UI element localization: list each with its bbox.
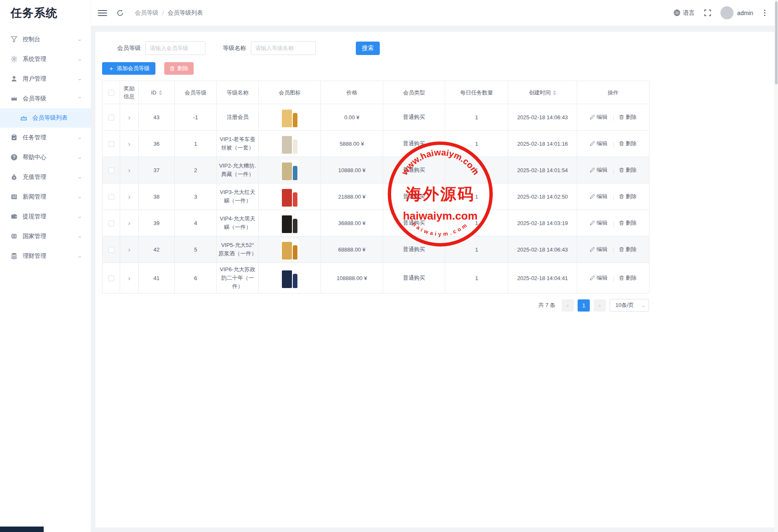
row-checkbox[interactable]	[108, 247, 114, 253]
table-row: › 43 -1 注册会员 0.00 ¥ 普通购买	[103, 104, 649, 131]
breadcrumb-member-level[interactable]: 会员等级	[135, 9, 158, 17]
sort-icons[interactable]	[159, 90, 162, 95]
next-page-button[interactable]: ›	[594, 299, 606, 312]
row-checkbox[interactable]	[108, 115, 114, 121]
row-checkbox[interactable]	[108, 194, 114, 200]
member-level-filter-input[interactable]	[145, 41, 205, 55]
sidebar-item-member-level-list[interactable]: 会员等级列表	[0, 108, 91, 128]
user-menu[interactable]: admin	[720, 6, 753, 19]
add-member-level-button[interactable]: ＋ 添加会员等级	[102, 62, 155, 75]
row-checkbox[interactable]	[108, 168, 114, 173]
bulk-delete-button[interactable]: 删除	[164, 62, 194, 75]
expand-row-icon[interactable]: ›	[128, 246, 131, 253]
expand-row-icon[interactable]: ›	[128, 220, 131, 227]
avatar	[720, 6, 733, 19]
pagination: 共 7 条 ‹ 1 › 10条/页 ⌄	[102, 299, 649, 312]
chevron-down-icon: ⌄	[77, 135, 82, 140]
col-level-name: 等级名称	[217, 81, 259, 104]
sidebar-item-tasks[interactable]: 任务管理 ⌄	[0, 128, 91, 147]
chevron-down-icon: ⌄	[77, 155, 82, 160]
more-options-icon[interactable]	[762, 8, 767, 18]
edit-button[interactable]: 编辑	[590, 166, 607, 174]
member-icon-image	[281, 239, 299, 259]
expand-row-icon[interactable]: ›	[128, 167, 131, 174]
chevron-down-icon: ⌄	[640, 303, 646, 308]
delete-button[interactable]: 删除	[619, 246, 636, 253]
fullscreen-icon[interactable]	[704, 9, 711, 16]
filter-bar: 会员等级 等级名称 搜索	[102, 41, 767, 55]
col-member-type: 会员类型	[383, 81, 445, 104]
sidebar-item-recharge[interactable]: ¥ 充值管理 ⌄	[0, 167, 91, 187]
refresh-icon[interactable]	[116, 9, 124, 17]
sort-icons[interactable]	[553, 90, 556, 95]
language-switcher[interactable]: 语言	[673, 9, 695, 17]
page-size-select[interactable]: 10条/页 ⌄	[610, 299, 649, 312]
sidebar-item-users[interactable]: 用户管理 ⌄	[0, 69, 91, 89]
trash-icon	[619, 168, 624, 173]
cell-member-level: 5	[175, 236, 217, 263]
username: admin	[737, 10, 753, 16]
col-reward-info: 奖励信息	[120, 81, 139, 104]
breadcrumb: 会员等级 / 会员等级列表	[135, 9, 203, 17]
expand-row-icon[interactable]: ›	[128, 140, 131, 147]
table-row: › 39 4 VIP4-允大黑天赐（一件） 36888.00 ¥	[103, 210, 649, 236]
current-page[interactable]: 1	[578, 299, 590, 312]
member-icon-image	[281, 134, 299, 154]
delete-button[interactable]: 删除	[619, 274, 636, 282]
sidebar-item-console[interactable]: 控制台 ⌄	[0, 29, 91, 49]
level-name-filter-label: 等级名称	[223, 45, 246, 52]
member-icon-image	[281, 186, 299, 207]
col-id[interactable]: ID	[139, 81, 175, 104]
edit-button[interactable]: 编辑	[590, 219, 607, 227]
row-checkbox[interactable]	[108, 220, 114, 226]
expand-row-icon[interactable]: ›	[128, 275, 131, 282]
row-checkbox[interactable]	[108, 141, 114, 147]
edit-button[interactable]: 编辑	[590, 274, 607, 282]
level-name-filter-input[interactable]	[251, 41, 316, 55]
cell-member-type: 普通购买	[383, 157, 445, 183]
cell-price: 36888.00 ¥	[321, 210, 383, 236]
pencil-icon	[590, 275, 595, 280]
edit-button[interactable]: 编辑	[590, 246, 607, 253]
delete-button[interactable]: 删除	[619, 113, 636, 121]
sidebar-item-member-level[interactable]: 会员等级 ⌄	[0, 89, 91, 108]
edit-button[interactable]: 编辑	[590, 193, 607, 200]
row-checkbox[interactable]	[108, 275, 114, 281]
cell-member-level: -1	[175, 104, 217, 131]
col-created-time[interactable]: 创建时间	[508, 81, 577, 104]
delete-button[interactable]: 删除	[619, 219, 636, 227]
page-scrollbar[interactable]	[775, 0, 778, 532]
cell-level-name: VIP5-允大52°原浆酒（一件）	[217, 236, 259, 263]
sidebar-item-withdraw[interactable]: 提现管理 ⌄	[0, 207, 91, 226]
main-content: 会员等级 等级名称 搜索 ＋ 添加会员等级 删除	[91, 26, 778, 532]
svg-text:?: ?	[13, 155, 15, 160]
scrollbar-thumb[interactable]	[775, 1, 778, 84]
sidebar-item-system[interactable]: 系统管理 ⌄	[0, 49, 91, 69]
cell-id: 43	[139, 104, 175, 131]
sidebar-item-country[interactable]: 国家管理 ⌄	[0, 226, 91, 246]
delete-button[interactable]: 删除	[619, 166, 636, 174]
sidebar-item-news[interactable]: 新闻管理 ⌄	[0, 187, 91, 207]
cell-daily-task-count: 1	[445, 157, 508, 183]
select-all-checkbox[interactable]	[108, 90, 114, 96]
delete-button[interactable]: 删除	[619, 140, 636, 147]
search-button[interactable]: 搜索	[356, 42, 380, 55]
prev-page-button[interactable]: ‹	[562, 299, 574, 312]
hamburger-menu-icon[interactable]	[98, 8, 107, 18]
gear-icon	[11, 55, 18, 63]
trash-icon	[170, 66, 175, 71]
cell-level-name: VIP4-允大黑天赐（一件）	[217, 210, 259, 236]
cell-daily-task-count: 1	[445, 104, 508, 131]
app-title: 任务系统	[0, 0, 91, 26]
member-level-filter-label: 会员等级	[117, 45, 141, 52]
edit-button[interactable]: 编辑	[590, 113, 607, 121]
delete-button[interactable]: 删除	[619, 193, 636, 200]
crown-outline-icon	[20, 115, 27, 122]
sidebar-item-finance[interactable]: 理财管理 ⌄	[0, 246, 91, 266]
expand-row-icon[interactable]: ›	[128, 114, 131, 121]
sidebar-item-help[interactable]: ? 帮助中心 ⌄	[0, 147, 91, 167]
expand-row-icon[interactable]: ›	[128, 193, 131, 200]
table-row: › 42 5 VIP5-允大52°原浆酒（一件） 68888.00 ¥	[103, 236, 649, 263]
edit-button[interactable]: 编辑	[590, 140, 607, 147]
sidebar-menu: 控制台 ⌄ 系统管理 ⌄ 用户管理 ⌄ 会员等级 ⌄	[0, 26, 91, 266]
